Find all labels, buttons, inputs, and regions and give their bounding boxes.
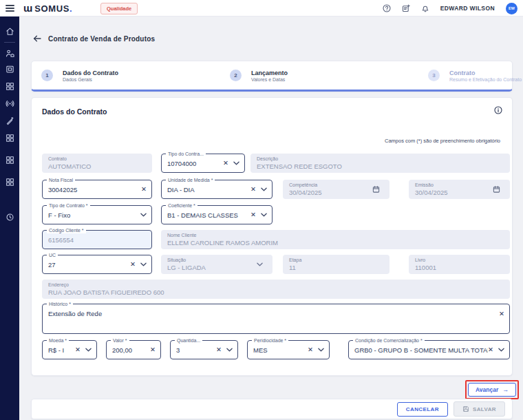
sidebar-divider xyxy=(4,42,15,43)
salvar-button: SALVAR xyxy=(453,401,505,417)
chevron-down-icon[interactable] xyxy=(233,161,239,165)
historico-field[interactable]: Histórico * Extensão de Rede ✕ xyxy=(42,304,510,334)
card-register-icon[interactable] xyxy=(6,65,14,74)
arrow-right-icon: → xyxy=(502,386,509,393)
field-label: Moeda * xyxy=(47,337,69,344)
chevron-down-icon[interactable] xyxy=(140,262,147,266)
field-label: Nome Cliente xyxy=(167,233,196,238)
coeficiente-field[interactable]: Coeficiente * B1 - DEMAIS CLASSES ✕ xyxy=(161,205,273,224)
step-title: Lançamento xyxy=(251,70,288,76)
chevron-down-icon[interactable] xyxy=(261,213,267,217)
field-value: 27 xyxy=(43,261,130,269)
clear-icon[interactable]: ✕ xyxy=(250,186,256,193)
notifications-bell-icon[interactable] xyxy=(421,4,429,12)
clear-icon[interactable]: ✕ xyxy=(130,261,136,268)
periodicidade-field[interactable]: Peridiocidade * MES ✕ xyxy=(247,340,330,359)
field-value: RUA JOAO BATISTA FIGUEIREDO 600 xyxy=(48,288,495,296)
field-value: 110001 xyxy=(415,264,495,271)
step-dados-do-contrato[interactable]: 1 Dados do Contrato Dados Gerais xyxy=(41,70,118,82)
clear-icon[interactable]: ✕ xyxy=(488,346,493,353)
clear-icon[interactable]: ✕ xyxy=(141,186,147,193)
clear-icon[interactable]: ✕ xyxy=(150,346,156,353)
logo-mark: ɯ xyxy=(23,2,32,14)
section-title: Dados do Contrato xyxy=(42,107,107,116)
clear-icon[interactable]: ✕ xyxy=(216,346,222,353)
user-name[interactable]: EDWARD WILSON xyxy=(440,5,495,12)
main-content: Contrato de Venda de Produtos 1 Dados do… xyxy=(19,17,523,420)
topbar: ɯ somus . Qualidade EDWARD WILSON EW xyxy=(0,0,523,17)
magic-wand-icon[interactable] xyxy=(6,116,14,125)
field-value: AUTOMATICO xyxy=(48,162,137,170)
menu-icon[interactable] xyxy=(6,5,14,12)
field-label: Nota Fiscal xyxy=(47,177,75,183)
descricao-field: Descrição EXTENSAO REDE ESGOTO xyxy=(250,154,510,173)
chevron-down-icon[interactable] xyxy=(318,348,324,352)
footer-actions: CANCELAR SALVAR xyxy=(31,399,513,419)
nota-fiscal-field[interactable]: Nota Fiscal 30042025 ✕ xyxy=(42,180,152,199)
field-value: DIA - DIA xyxy=(162,186,250,193)
clear-icon[interactable]: ✕ xyxy=(308,346,313,353)
field-label: Peridiocidade * xyxy=(252,337,288,344)
form-card: Dados do Contrato Campos com (*) são de … xyxy=(31,97,513,376)
modules-grid-icon[interactable] xyxy=(6,82,14,91)
clear-icon[interactable]: ✕ xyxy=(223,160,228,167)
chevron-down-icon xyxy=(257,262,263,266)
field-value: F - Fixo xyxy=(43,211,140,219)
field-label: Competência xyxy=(289,182,317,187)
condicao-comercializacao-field[interactable]: Condição de Comercialização * GRB0 - GRU… xyxy=(348,340,510,359)
logo-dot: . xyxy=(70,3,72,14)
tipo-de-contrato-field[interactable]: Tipo de Contrato * F - Fixo xyxy=(42,205,152,224)
chevron-down-icon[interactable] xyxy=(226,348,233,352)
broadcast-icon[interactable] xyxy=(6,99,14,108)
uc-field[interactable]: UC 27 ✕ xyxy=(42,255,152,274)
home-icon[interactable] xyxy=(6,27,14,36)
modules-grid-2-icon[interactable] xyxy=(6,134,14,143)
competencia-field: Competência 30/04/2025 xyxy=(283,180,389,199)
history-clock-icon[interactable] xyxy=(6,213,14,222)
chevron-down-icon[interactable] xyxy=(498,348,504,352)
field-value: 3 xyxy=(171,346,216,354)
clear-icon[interactable]: ✕ xyxy=(75,346,81,353)
field-label: Histórico * xyxy=(47,301,73,307)
chevron-down-icon[interactable] xyxy=(140,213,147,217)
topbar-actions: EDWARD WILSON EW xyxy=(383,0,517,17)
calendar-icon xyxy=(493,186,500,193)
quantidade-field[interactable]: Quantida... 3 ✕ xyxy=(170,340,238,359)
valor-field[interactable]: Valor * 200,00 ✕ xyxy=(106,340,161,359)
livro-field: Livro 110001 xyxy=(409,255,510,274)
emissao-field: Emissão 30/04/2025 xyxy=(409,180,510,199)
field-label: Situação xyxy=(167,258,186,262)
field-value: GRB0 - GRUPO B - SOMENTE MULTA TOTAL xyxy=(349,346,488,354)
field-value: 30042025 xyxy=(43,186,141,193)
unidade-de-medida-field[interactable]: Unidade de Medida * DIA - DIA ✕ xyxy=(161,180,273,199)
codigo-cliente-field[interactable]: Código Cliente * 6156554 xyxy=(42,230,152,249)
endereco-field: Endereço RUA JOAO BATISTA FIGUEIREDO 600 xyxy=(42,280,510,299)
save-disk-icon xyxy=(462,406,469,412)
calendar-icon xyxy=(372,186,380,193)
step-subtitle: Valores e Datas xyxy=(251,77,288,82)
field-label: Livro xyxy=(415,258,425,262)
step-number: 1 xyxy=(41,70,53,81)
user-management-icon[interactable] xyxy=(6,49,14,58)
clear-icon[interactable]: ✕ xyxy=(250,211,256,218)
tipo-do-contrato-num-field[interactable]: Tipo do Contra... 10704000 ✕ xyxy=(161,154,245,173)
step-contrato[interactable]: 3 Contrato Resumo e Efetivação do Contra… xyxy=(428,70,522,82)
modules-grid-4-icon[interactable] xyxy=(6,178,14,187)
help-icon[interactable] xyxy=(383,4,391,12)
required-note: Campos com (*) são de preenchimento obri… xyxy=(385,138,500,144)
avancar-button[interactable]: Avançar → xyxy=(468,383,516,397)
clear-icon[interactable]: ✕ xyxy=(499,311,504,317)
nome-cliente-field: Nome Cliente ELLEM CAROLINE RAMOS AMORIM xyxy=(161,230,510,249)
cancelar-button[interactable]: CANCELAR xyxy=(397,402,448,417)
modules-grid-3-icon[interactable] xyxy=(6,156,14,165)
chevron-down-icon[interactable] xyxy=(261,187,267,191)
new-note-icon[interactable] xyxy=(402,4,410,12)
step-lancamento[interactable]: 2 Lançamento Valores e Datas xyxy=(230,70,288,82)
avatar[interactable]: EW xyxy=(506,3,517,14)
chevron-down-icon[interactable] xyxy=(85,348,92,352)
field-value: Extensão de Rede xyxy=(43,304,499,317)
info-icon[interactable] xyxy=(494,106,502,114)
moeda-field[interactable]: Moeda * R$ - I ✕ xyxy=(42,340,97,359)
back-arrow-icon[interactable] xyxy=(33,34,41,43)
page-header: Contrato de Venda de Produtos xyxy=(33,34,155,43)
